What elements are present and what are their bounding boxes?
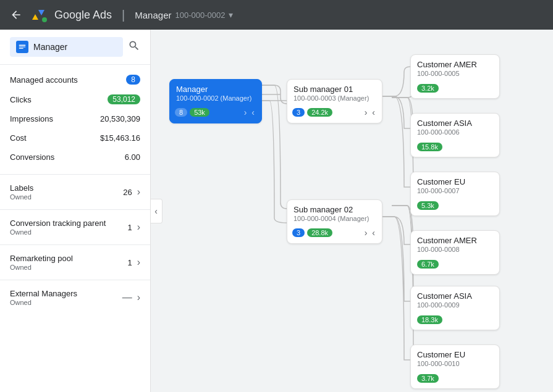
sidebar-search-box[interactable]: Manager <box>10 37 123 57</box>
cust-amer-2-title: Customer AMER <box>417 236 493 245</box>
stat-label-managed: Managed accounts <box>10 75 78 85</box>
cust-eu-2-title: Customer EU <box>417 350 493 359</box>
sub-mgr-02-subtitle: 100-000-0004 (Manager) <box>293 215 376 222</box>
google-ads-logo <box>30 6 47 23</box>
manager-badge-2: 53k <box>190 108 209 117</box>
customer-eu-1-node[interactable]: Customer EU 100-000-0007 5.3k <box>410 172 500 216</box>
customer-amer-1-node[interactable]: Customer AMER 100-000-0005 3.2k <box>410 54 500 99</box>
cust-asia-2-subtitle: 100-000-0009 <box>417 301 493 309</box>
cust-asia-1-badge: 15.8k <box>417 143 442 151</box>
cust-asia-2-title: Customer ASIA <box>417 291 493 301</box>
sub-manager-01-node[interactable]: Sub manager 01 100-000-0003 (Manager) 3 … <box>287 79 382 123</box>
sidebar-link-ext-managers-count: — <box>122 292 132 303</box>
sidebar-link-labels[interactable]: Labels Owned 26 › <box>0 177 150 207</box>
cust-amer-1-title: Customer AMER <box>417 60 493 69</box>
sidebar-link-ext-managers-sub: Owned <box>10 299 77 306</box>
cust-asia-2-badge: 18.3k <box>417 315 442 324</box>
sidebar-link-conversion-main: Conversion tracking parent <box>10 219 106 228</box>
account-selector[interactable]: Manager 100-000-0002 ▾ <box>135 10 233 20</box>
svg-marker-1 <box>38 10 44 15</box>
svg-point-2 <box>42 17 47 22</box>
stat-label-cost: Cost <box>10 133 27 143</box>
manager-node-subtitle: 100-000-0002 (Manager) <box>176 94 255 102</box>
sidebar-search-area: Manager <box>0 30 150 65</box>
customer-asia-1-node[interactable]: Customer ASIA 100-000-0006 15.8k <box>410 113 500 157</box>
sidebar-divider-4 <box>0 280 150 280</box>
cust-amer-1-subtitle: 100-000-0005 <box>417 70 493 77</box>
content-area: ‹ Manager 100-000-0002 (Manager) <box>151 30 553 392</box>
sidebar-collapse-button[interactable]: ‹ <box>151 199 163 223</box>
sub-mgr-02-badge-1: 3 <box>292 228 305 237</box>
stat-value-conversions: 6.00 <box>125 152 140 162</box>
sidebar-divider-1 <box>0 174 150 175</box>
sub-mgr-02-title: Sub manager 02 <box>293 205 376 214</box>
sub-mgr-01-subtitle: 100-000-0003 (Manager) <box>293 94 376 102</box>
sub-mgr-01-badge-1: 3 <box>292 108 305 117</box>
customer-amer-2-node[interactable]: Customer AMER 100-000-0008 6.7k <box>410 230 500 275</box>
cust-amer-1-badge: 3.2k <box>417 84 439 93</box>
stat-value-cost: $15,463.16 <box>100 133 140 143</box>
stat-managed-accounts: Managed accounts 8 <box>0 70 150 90</box>
account-dropdown-arrow: ▾ <box>229 10 233 20</box>
svg-marker-0 <box>32 14 38 20</box>
manager-node-title: Manager <box>176 85 255 94</box>
manager-badge-1: 8 <box>175 108 187 117</box>
customer-asia-2-node[interactable]: Customer ASIA 100-000-0009 18.3k <box>410 286 500 330</box>
sidebar-link-labels-count: 26 <box>123 188 132 197</box>
top-navigation: Google Ads | Manager 100-000-0002 ▾ <box>0 0 553 30</box>
labels-arrow-icon: › <box>137 186 140 198</box>
stat-label-clicks: Clicks <box>10 95 32 104</box>
svg-rect-3 <box>19 45 26 46</box>
nav-divider: | <box>122 8 125 22</box>
sidebar-divider-2 <box>0 209 150 210</box>
sidebar-link-external-managers[interactable]: External Managers Owned — › <box>0 283 150 312</box>
sub-mgr-02-badge-2: 28.8k <box>307 228 332 237</box>
app-name: Google Ads <box>54 9 112 22</box>
sub-manager-02-node[interactable]: Sub manager 02 100-000-0004 (Manager) 3 … <box>287 199 382 244</box>
sub-mgr-01-nav-next[interactable]: › <box>363 107 369 118</box>
svg-rect-5 <box>19 48 23 49</box>
stat-cost: Cost $15,463.16 <box>0 128 150 148</box>
cust-amer-2-badge: 6.7k <box>417 260 439 269</box>
stat-impressions: Impressions 20,530,309 <box>0 109 150 128</box>
cust-eu-2-subtitle: 100-000-0010 <box>417 360 493 367</box>
sidebar: Manager Managed accounts 8 Clicks 53,012 <box>0 30 151 392</box>
manager-nav-prev[interactable]: ‹ <box>250 107 256 118</box>
stat-value-impressions: 20,530,309 <box>100 114 140 123</box>
sub-mgr-01-nav-prev[interactable]: ‹ <box>370 107 377 118</box>
ext-managers-arrow-icon: › <box>137 292 140 303</box>
sidebar-link-conversion[interactable]: Conversion tracking parent Owned 1 › <box>0 212 150 242</box>
sidebar-link-labels-main: Labels <box>10 183 33 193</box>
account-id: 100-000-0002 <box>175 10 225 20</box>
stat-label-conversions: Conversions <box>10 152 54 162</box>
sidebar-account-name: Manager <box>33 42 117 52</box>
cust-eu-1-subtitle: 100-000-0007 <box>417 187 493 194</box>
sub-mgr-01-title: Sub manager 01 <box>293 85 376 94</box>
account-icon-box <box>16 41 28 53</box>
cust-eu-1-badge: 5.3k <box>417 201 439 210</box>
search-icon[interactable] <box>128 40 140 55</box>
sidebar-link-ext-managers-main: External Managers <box>10 289 77 298</box>
sidebar-stats: Managed accounts 8 Clicks 53,012 Impress… <box>0 65 150 172</box>
customer-eu-2-node[interactable]: Customer EU 100-000-0010 3.7k <box>410 344 500 389</box>
sub-mgr-02-nav-prev[interactable]: ‹ <box>370 227 377 238</box>
stat-value-clicks: 53,012 <box>108 94 140 104</box>
svg-rect-4 <box>19 46 26 47</box>
sidebar-divider-3 <box>0 244 150 245</box>
cust-asia-1-title: Customer ASIA <box>417 119 493 128</box>
tree-container: Manager 100-000-0002 (Manager) 8 53k › ‹… <box>163 42 541 392</box>
manager-nav-next[interactable]: › <box>242 107 249 118</box>
sidebar-link-conversion-sub: Owned <box>10 228 106 236</box>
sub-mgr-02-nav-next[interactable]: › <box>363 227 369 238</box>
sidebar-link-conversion-count: 1 <box>127 223 132 232</box>
stat-conversions: Conversions 6.00 <box>0 148 150 167</box>
sidebar-link-remarketing[interactable]: Remarketing pool Owned 1 › <box>0 248 150 277</box>
sidebar-link-remarketing-sub: Owned <box>10 264 73 271</box>
stat-label-impressions: Impressions <box>10 114 53 123</box>
account-label: Manager <box>135 10 171 20</box>
back-button[interactable] <box>10 9 22 21</box>
sidebar-link-remarketing-count: 1 <box>127 258 132 267</box>
remarketing-arrow-icon: › <box>137 257 140 268</box>
manager-node[interactable]: Manager 100-000-0002 (Manager) 8 53k › ‹ <box>169 79 262 123</box>
cust-asia-1-subtitle: 100-000-0006 <box>417 128 493 136</box>
